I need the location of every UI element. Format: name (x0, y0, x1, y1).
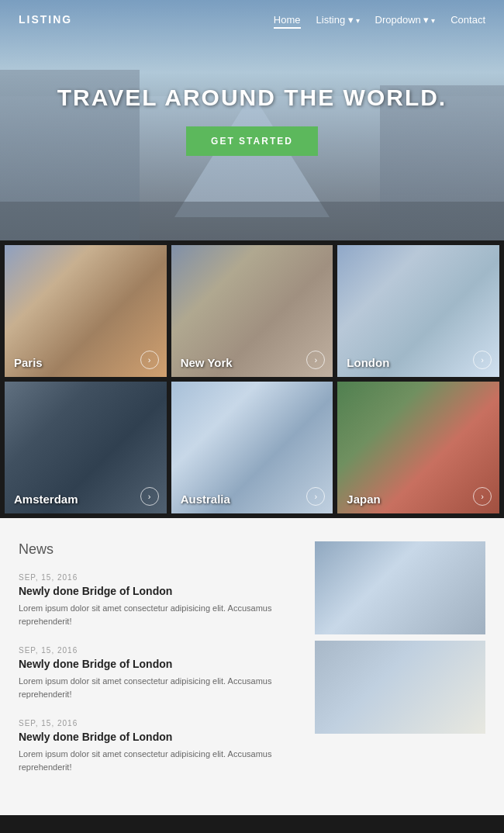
nav-logo: LISTING (19, 13, 72, 26)
news-image-1 (315, 541, 485, 634)
news-body-1: Lorem ipsum dolor sit amet consectetur a… (19, 602, 296, 627)
japan-label: Japan (347, 493, 380, 506)
hero-title: TRAVEL AROUND THE WORLD. (57, 85, 447, 111)
amsterdam-label: Amsterdam (14, 493, 78, 506)
hero-cta-button[interactable]: GET STARTED (186, 126, 318, 156)
news-list: News SEP, 15, 2016 Newly done Bridge of … (19, 541, 296, 792)
destination-newyork[interactable]: New York › (171, 245, 333, 377)
news-item-3: SEP, 15, 2016 Newly done Bridge of Londo… (19, 719, 296, 773)
nav-links: Home Listing ▾ Dropdown ▾ Contact (274, 12, 485, 26)
london-arrow-icon[interactable]: › (473, 351, 492, 369)
nav-link-home[interactable]: Home (274, 14, 301, 29)
australia-label: Australia (181, 493, 230, 506)
london-label: London (347, 356, 389, 369)
nav-link-dropdown[interactable]: Dropdown ▾ (375, 14, 436, 26)
ground (0, 202, 504, 240)
news-image-2 (315, 641, 485, 734)
amsterdam-arrow-icon[interactable]: › (140, 487, 159, 506)
news-body-3: Lorem ipsum dolor sit amet consectetur a… (19, 748, 296, 773)
news-item-1: SEP, 15, 2016 Newly done Bridge of Londo… (19, 573, 296, 627)
news-images (315, 541, 485, 792)
destination-london[interactable]: London › (337, 245, 499, 377)
news-section-title: News (19, 541, 296, 558)
news-body-2: Lorem ipsum dolor sit amet consectetur a… (19, 675, 296, 700)
japan-arrow-icon[interactable]: › (473, 487, 492, 506)
nav-link-listing[interactable]: Listing ▾ (316, 14, 360, 26)
news-date-1: SEP, 15, 2016 (19, 573, 296, 582)
news-headline-2[interactable]: Newly done Bridge of London (19, 658, 296, 670)
news-item-2: SEP, 15, 2016 Newly done Bridge of Londo… (19, 646, 296, 700)
navbar: LISTING Home Listing ▾ Dropdown ▾ Contac… (0, 0, 504, 39)
destination-australia[interactable]: Australia › (171, 382, 333, 513)
destination-amsterdam[interactable]: Amsterdam › (5, 382, 167, 513)
paris-arrow-icon[interactable]: › (140, 351, 159, 369)
destinations-grid: Paris › New York › London › Amsterdam › … (0, 240, 504, 518)
footer: 𝕏 f ◎ ⊕ ▶ Copyright © 2016, Company name… (0, 815, 504, 833)
news-headline-3[interactable]: Newly done Bridge of London (19, 731, 296, 743)
paris-label: Paris (14, 356, 43, 369)
destination-japan[interactable]: Japan › (337, 382, 499, 513)
news-date-2: SEP, 15, 2016 (19, 646, 296, 655)
news-headline-1[interactable]: Newly done Bridge of London (19, 585, 296, 597)
destination-paris[interactable]: Paris › (5, 245, 167, 377)
newyork-label: New York (181, 356, 233, 369)
hero-content: TRAVEL AROUND THE WORLD. GET STARTED (57, 85, 447, 156)
news-date-3: SEP, 15, 2016 (19, 719, 296, 728)
nav-link-contact[interactable]: Contact (450, 14, 485, 26)
news-section: News SEP, 15, 2016 Newly done Bridge of … (0, 518, 504, 815)
